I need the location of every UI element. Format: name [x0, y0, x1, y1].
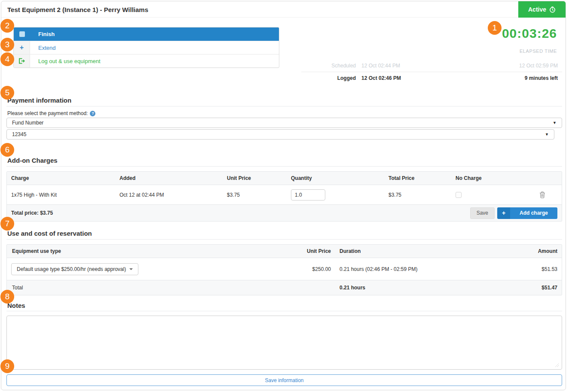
divider [6, 239, 562, 240]
col-equipment-use-type: Equipment use type [7, 248, 302, 254]
add-charge-button[interactable]: + Add charge [497, 207, 557, 219]
caret-down-icon: ▼ [553, 121, 557, 125]
col-duration: Duration [340, 248, 511, 254]
caret-down-icon: ▼ [545, 132, 549, 137]
trash-icon [539, 191, 545, 198]
callout-5: 5 [0, 86, 14, 100]
charge-unit-price: $3.75 [223, 192, 287, 198]
charge-name: 1x75 High - With Kit [7, 192, 115, 198]
col-charge: Charge [7, 175, 115, 181]
callout-1: 1 [488, 21, 502, 35]
logout-icon [14, 55, 30, 67]
scheduled-end: 12 Oct 02:59 PM [463, 63, 562, 69]
col-quantity: Quantity [287, 175, 384, 181]
add-charge-label: Add charge [510, 207, 557, 219]
reservation-panel: Test Equipment 2 (Instance 1) - Perry Wi… [1, 1, 566, 390]
no-charge-checkbox[interactable] [456, 192, 462, 198]
payment-section-heading: Payment information [7, 97, 71, 104]
usage-type-value: Default usage type $250.00/hr (needs app… [17, 266, 126, 272]
plus-icon: + [497, 207, 510, 219]
col-no-charge: No Charge [451, 175, 518, 181]
callout-6: 6 [0, 143, 14, 157]
col-res-unit-price: Unit Price [302, 248, 340, 254]
status-badge-label: Active [528, 6, 546, 13]
elapsed-timer: 00:03:26 [502, 26, 557, 41]
clock-icon [549, 6, 556, 13]
callout-9: 9 [0, 359, 14, 373]
schedule-row-scheduled: Scheduled 12 Oct 02:44 PM 12 Oct 02:59 P… [301, 60, 562, 72]
quantity-input[interactable] [291, 189, 325, 201]
res-amount: $51.53 [511, 266, 562, 272]
fund-number-select[interactable]: 12345 ▼ [6, 129, 554, 140]
finish-action[interactable]: Finish [14, 27, 279, 41]
resize-handle-icon[interactable] [555, 363, 559, 368]
charge-total-price: $3.75 [384, 192, 451, 198]
action-menu: Finish + Extend Log out & use equipment [13, 27, 279, 68]
logged-start: 12 Oct 02:46 PM [356, 75, 463, 81]
callout-3: 3 [0, 38, 14, 52]
fund-number-value: 12345 [12, 131, 26, 137]
schedule-table: Scheduled 12 Oct 02:44 PM 12 Oct 02:59 P… [301, 60, 562, 84]
time-remaining: 9 minutes left [463, 75, 562, 81]
reservation-total-row: Total 0.21 hours $51.47 [7, 280, 562, 295]
scheduled-start: 12 Oct 02:44 PM [356, 63, 463, 69]
addon-charges-table: Charge Added Unit Price Quantity Total P… [6, 171, 562, 222]
help-icon[interactable]: ? [90, 111, 95, 116]
logout-use-equipment-action[interactable]: Log out & use equipment [14, 54, 279, 67]
addon-charges-heading: Add-on Charges [7, 157, 58, 164]
res-total-amount: $51.47 [511, 285, 562, 291]
reservation-row: Default usage type $250.00/hr (needs app… [7, 258, 562, 280]
divider [6, 166, 562, 167]
finish-checkbox-icon [14, 27, 30, 41]
res-total-duration: 0.21 hours [340, 285, 511, 291]
divider [6, 311, 562, 311]
divider [6, 106, 562, 106]
col-amount: Amount [511, 248, 562, 254]
payment-method-select[interactable]: Fund Number ▼ [6, 118, 562, 128]
scheduled-label: Scheduled [301, 63, 356, 69]
save-information-button[interactable]: Save information [6, 374, 562, 386]
extend-label: Extend [30, 41, 279, 54]
col-added: Added [115, 175, 223, 181]
callout-2: 2 [0, 19, 14, 33]
addon-table-header: Charge Added Unit Price Quantity Total P… [7, 172, 562, 185]
payment-method-label: Please select the payment method: ? [7, 110, 95, 116]
plus-icon: + [14, 41, 30, 54]
addon-charge-row: 1x75 High - With Kit Oct 12 at 02:44 PM … [7, 185, 562, 205]
res-unit-price: $250.00 [302, 266, 340, 272]
res-duration: 0.21 hours (02:46 PM - 02:59 PM) [340, 266, 511, 272]
reservation-table-header: Equipment use type Unit Price Duration A… [7, 245, 562, 258]
addon-total-price: Total price: $3.75 [11, 210, 470, 216]
finish-label: Finish [30, 27, 279, 41]
logout-label: Log out & use equipment [30, 55, 279, 67]
schedule-row-logged: Logged 12 Oct 02:46 PM 9 minutes left [301, 72, 562, 84]
charge-added: Oct 12 at 02:44 PM [115, 192, 223, 198]
reservation-cost-heading: Use and cost of reservation [7, 230, 92, 237]
elapsed-time-label: ELAPSED TIME [520, 49, 557, 54]
col-total-price: Total Price [384, 175, 451, 181]
callout-8: 8 [0, 290, 14, 304]
notes-textarea[interactable] [6, 316, 562, 370]
delete-charge-button[interactable] [523, 191, 562, 198]
addon-table-footer: Total price: $3.75 Save + Add charge [7, 205, 562, 221]
res-total-label: Total [7, 285, 302, 291]
usage-type-dropdown[interactable]: Default usage type $250.00/hr (needs app… [11, 263, 138, 275]
extend-action[interactable]: + Extend [14, 41, 279, 54]
callout-4: 4 [0, 52, 14, 66]
reservation-cost-table: Equipment use type Unit Price Duration A… [6, 244, 562, 295]
caret-down-icon [129, 268, 133, 270]
status-badge: Active [518, 1, 566, 18]
logged-label: Logged [301, 75, 356, 81]
callout-7: 7 [0, 217, 14, 231]
payment-method-value: Fund Number [12, 120, 43, 126]
page-title: Test Equipment 2 (Instance 1) - Perry Wi… [7, 6, 148, 13]
save-charges-button[interactable]: Save [470, 207, 495, 219]
col-unit-price: Unit Price [223, 175, 287, 181]
